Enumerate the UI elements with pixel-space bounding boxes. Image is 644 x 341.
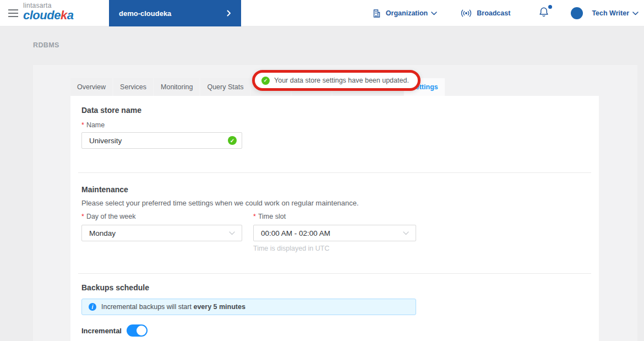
chevron-down-icon <box>632 12 638 15</box>
logo-cloudeka-text: cloudeka <box>23 8 73 22</box>
time-slot-value: 00:00 AM - 02:00 AM <box>261 229 330 237</box>
chevron-down-icon <box>229 231 235 235</box>
cloudeka-logo: lintasarta cloudeka <box>23 2 73 21</box>
name-field-label: *Name <box>81 121 105 129</box>
section-title-backups: Backups schedule <box>81 283 149 292</box>
tab-overview[interactable]: Overview <box>70 78 112 96</box>
organization-label: Organization <box>386 9 428 17</box>
chevron-down-icon <box>403 231 409 235</box>
section-divider <box>78 172 591 173</box>
incremental-toggle-row: Incremental <box>81 324 148 337</box>
project-name: demo-cloudeka <box>119 9 171 18</box>
day-of-week-label: *Day of the week <box>81 213 136 220</box>
notifications-button[interactable] <box>539 7 549 20</box>
required-marker: * <box>253 213 256 220</box>
chevron-down-icon <box>431 12 437 15</box>
tab-query-stats[interactable]: Query Stats <box>200 78 250 96</box>
success-check-icon: ✓ <box>261 77 270 85</box>
backups-info-text: Incremental backups will start every 5 m… <box>101 303 245 311</box>
settings-panel: Data store name *Name ✓ Maintenance Plea… <box>70 96 599 341</box>
notification-badge-dot <box>548 5 552 9</box>
incremental-toggle[interactable] <box>127 324 148 337</box>
utc-time-hint: Time is displayed in UTC <box>253 245 329 252</box>
organization-building-icon <box>372 9 381 18</box>
day-of-week-select[interactable]: Monday <box>81 225 242 241</box>
name-input-wrap: ✓ <box>81 132 242 149</box>
tab-monitoring[interactable]: Monitoring <box>154 78 199 96</box>
toggle-knob <box>137 326 146 335</box>
chevron-right-icon <box>227 10 231 17</box>
broadcast-menu[interactable]: Broadcast <box>460 9 514 18</box>
success-toast: ✓ Your data store settings have been upd… <box>252 70 421 91</box>
required-marker: * <box>81 213 84 220</box>
info-icon: i <box>89 303 96 311</box>
incremental-label: Incremental <box>81 327 127 335</box>
project-selector[interactable]: demo-cloudeka <box>109 0 241 26</box>
section-title-maintenance: Maintenance <box>81 185 128 194</box>
broadcast-icon <box>460 9 472 18</box>
day-of-week-value: Monday <box>89 229 116 237</box>
section-title-datastore-name: Data store name <box>81 106 141 115</box>
bell-icon <box>539 7 549 18</box>
user-menu[interactable]: Tech Writer <box>571 7 638 19</box>
user-avatar <box>571 7 583 19</box>
valid-check-icon: ✓ <box>228 136 237 145</box>
maintenance-description: Please select your preferred time settin… <box>81 199 359 207</box>
breadcrumb: RDBMS <box>33 41 59 49</box>
name-input[interactable] <box>81 132 242 149</box>
tab-services[interactable]: Services <box>113 78 153 96</box>
required-marker: * <box>81 121 84 129</box>
section-divider <box>78 273 591 274</box>
navbar-right-actions: Organization Broadcast Tech Writer <box>372 0 638 26</box>
organization-menu[interactable]: Organization <box>372 9 437 18</box>
top-navbar: lintasarta cloudeka demo-cloudeka Organi… <box>0 0 644 26</box>
user-name: Tech Writer <box>592 9 629 17</box>
hamburger-menu-icon[interactable] <box>8 9 18 17</box>
backups-info-banner: i Incremental backups will start every 5… <box>81 299 416 315</box>
toast-message: Your data store settings have been updat… <box>274 77 409 84</box>
time-slot-label: *Time slot <box>253 213 286 220</box>
time-slot-select[interactable]: 00:00 AM - 02:00 AM <box>253 225 416 241</box>
broadcast-label: Broadcast <box>477 9 510 17</box>
